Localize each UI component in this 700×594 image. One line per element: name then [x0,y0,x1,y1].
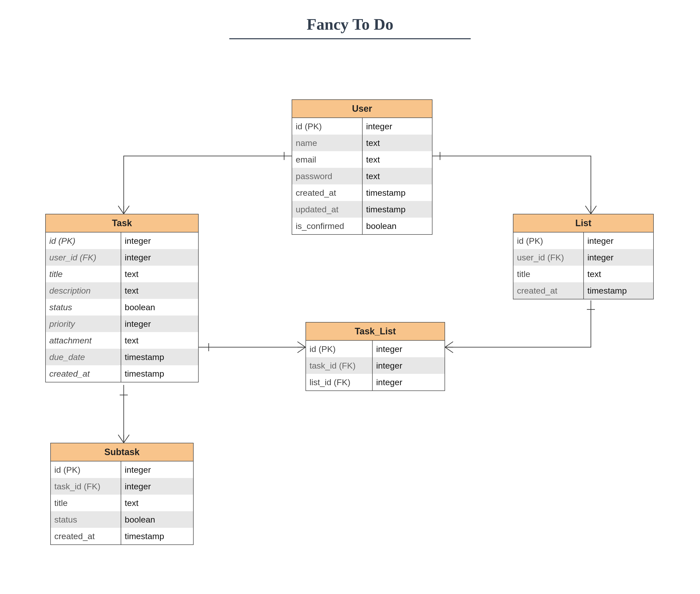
field-type: integer [121,478,193,495]
entity-user-header: User [292,100,432,118]
field-type: text [121,495,193,511]
entity-tasklist-header: Task_List [306,323,445,341]
field-name: list_id (FK) [306,374,373,391]
field-name: name [292,135,362,151]
field-type: integer [121,316,198,332]
field-type: integer [121,232,198,249]
field-type: timestamp [121,528,193,544]
field-name: id (PK) [292,118,362,135]
field-type: timestamp [584,282,653,299]
field-type: integer [362,118,432,135]
field-name: status [46,299,121,316]
field-type: text [362,135,432,151]
field-type: integer [121,461,193,478]
field-type: timestamp [121,365,198,382]
svg-line-1 [118,206,124,214]
field-name: task_id (FK) [51,478,121,495]
field-name: task_id (FK) [306,357,373,374]
field-name: attachment [46,332,121,349]
entity-task: Task id (PK)integer user_id (FK)integer … [45,214,199,383]
field-type: integer [373,374,445,391]
field-type: integer [373,357,445,374]
field-type: text [362,151,432,168]
field-type: timestamp [121,349,198,365]
field-type: integer [121,249,198,266]
field-name: id (PK) [46,232,121,249]
field-name: user_id (FK) [46,249,121,266]
field-name: due_date [46,349,121,365]
title-underline [229,38,471,39]
field-name: password [292,168,362,185]
er-diagram-canvas: Fancy To Do [0,0,700,594]
field-type: boolean [362,218,432,234]
field-name: title [514,266,584,282]
field-type: text [584,266,653,282]
svg-line-10 [298,347,306,353]
svg-line-18 [124,435,129,443]
field-name: id (PK) [514,232,584,249]
field-type: integer [584,232,653,249]
field-name: status [51,511,121,528]
svg-line-14 [445,347,453,353]
entity-subtask: Subtask id (PK)integer task_id (FK)integ… [50,443,194,545]
field-name: title [46,266,121,282]
svg-line-13 [445,342,453,347]
field-name: created_at [51,528,121,544]
field-name: email [292,151,362,168]
entity-task-header: Task [46,214,198,232]
entity-subtask-header: Subtask [51,443,193,461]
svg-line-5 [585,206,591,214]
entity-list-header: List [514,214,653,232]
field-type: timestamp [362,185,432,201]
svg-line-6 [591,206,596,214]
field-name: created_at [514,282,584,299]
svg-line-2 [124,206,129,214]
field-name: id (PK) [306,341,373,357]
field-type: timestamp [362,201,432,218]
diagram-title: Fancy To Do [307,15,393,38]
field-name: created_at [46,365,121,382]
field-type: integer [584,249,653,266]
field-type: text [121,332,198,349]
field-name: is_confirmed [292,218,362,234]
svg-line-17 [118,435,124,443]
field-type: text [121,266,198,282]
field-type: text [121,282,198,299]
field-type: boolean [121,511,193,528]
entity-list: List id (PK)integer user_id (FK)integer … [513,214,654,299]
field-type: boolean [121,299,198,316]
field-type: integer [373,341,445,357]
field-name: priority [46,316,121,332]
field-name: description [46,282,121,299]
field-name: title [51,495,121,511]
field-name: user_id (FK) [514,249,584,266]
entity-user: User id (PK)integer nametext emailtext p… [292,99,432,235]
field-type: text [362,168,432,185]
field-name: id (PK) [51,461,121,478]
svg-line-9 [298,342,306,347]
field-name: updated_at [292,201,362,218]
entity-tasklist: Task_List id (PK)integer task_id (FK)int… [306,322,445,391]
field-name: created_at [292,185,362,201]
